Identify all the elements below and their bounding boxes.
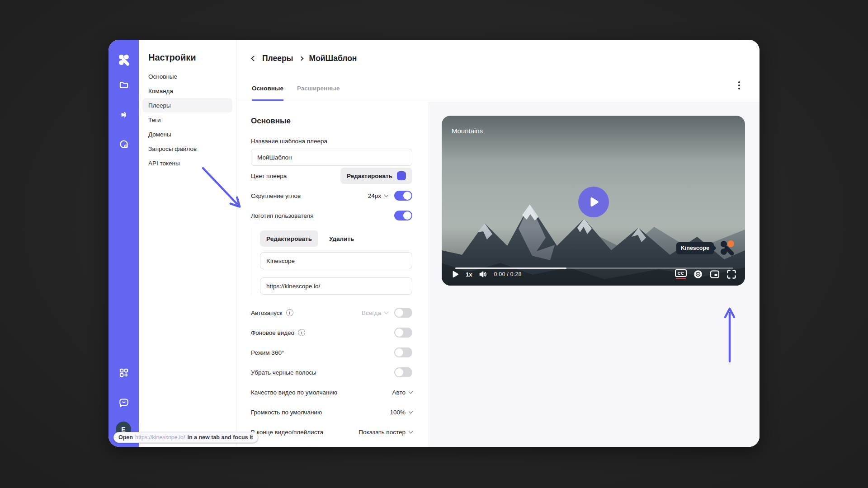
autoplay-label: Автозапуск <box>251 310 283 316</box>
volume-icon[interactable] <box>478 269 488 279</box>
sidebar-item-library-icon[interactable] <box>114 75 133 94</box>
kinescope-logo-icon[interactable] <box>114 51 133 70</box>
autoplay-dropdown[interactable]: Всегда <box>362 310 388 316</box>
settings-title: Настройки <box>148 52 236 63</box>
info-icon[interactable]: i <box>298 329 305 336</box>
chevron-down-icon <box>409 389 413 394</box>
video-title: Mountains <box>452 127 483 135</box>
chevron-down-icon <box>384 310 389 314</box>
default-quality-row: Качество видео по умолчанию Авто <box>251 382 412 402</box>
settings-content: Основные Название шаблона плеера Цвет пл… <box>236 102 760 447</box>
player-color-label: Цвет плеера <box>251 173 287 179</box>
chevron-down-icon <box>409 429 413 433</box>
back-chevron-icon[interactable] <box>251 56 257 61</box>
player-settings-form: Основные Название шаблона плеера Цвет пл… <box>236 102 428 447</box>
corner-radius-dropdown[interactable]: 24px <box>368 192 388 199</box>
breadcrumb-separator-icon <box>299 56 303 61</box>
sidebar-item-records-icon[interactable] <box>114 135 133 154</box>
black-bars-row: Убрать черные полосы <box>251 362 412 382</box>
default-volume-label: Громкость по умолчанию <box>251 409 322 416</box>
main-content: Плееры МойШаблон Основные Расширенные Ос… <box>236 40 760 447</box>
desktop-background: Настройки Основные Команда Плееры Теги Д… <box>0 0 868 488</box>
corner-radius-toggle[interactable] <box>394 191 412 201</box>
time-display: 0:00 / 0:28 <box>494 271 521 277</box>
pip-icon[interactable] <box>709 269 720 280</box>
autoplay-toggle[interactable] <box>394 308 412 318</box>
user-logo-label: Логотип пользователя <box>251 212 313 219</box>
link-status-tooltip: Open https://kinescope.io/ in a new tab … <box>113 432 258 443</box>
play-button-icon[interactable] <box>451 270 460 279</box>
nav-item-domains[interactable]: Домены <box>142 127 232 141</box>
logo-name-input[interactable] <box>260 252 412 269</box>
player-color-row: Цвет плеера Редактировать <box>251 166 412 186</box>
breadcrumb-section[interactable]: Плееры <box>262 54 293 63</box>
corner-radius-label: Скругление углов <box>251 192 301 199</box>
black-bars-label: Убрать черные полосы <box>251 369 316 376</box>
form-section-title: Основные <box>251 117 412 126</box>
mode-360-row: Режим 360° <box>251 343 412 362</box>
app-window: Настройки Основные Команда Плееры Теги Д… <box>108 40 760 447</box>
chevron-down-icon <box>384 192 389 197</box>
autoplay-row: Автозапуск i Всегда <box>251 303 412 323</box>
nav-item-tags[interactable]: Теги <box>142 113 232 127</box>
user-logo-row: Логотип пользователя <box>251 206 412 225</box>
breadcrumb: Плееры МойШаблон <box>252 48 357 68</box>
nav-item-team[interactable]: Команда <box>142 84 232 98</box>
kebab-menu-icon[interactable] <box>733 80 745 91</box>
mode-360-label: Режим 360° <box>251 349 284 356</box>
kinescope-watermark[interactable]: Kinescope <box>676 239 736 257</box>
sidebar-item-apps-icon[interactable] <box>114 363 133 382</box>
player-color-edit-button[interactable]: Редактировать <box>340 168 412 184</box>
cc-active-indicator <box>676 278 686 279</box>
logo-edit-button[interactable]: Редактировать <box>260 230 318 247</box>
fullscreen-icon[interactable] <box>726 269 737 280</box>
corner-radius-row: Скругление углов 24px <box>251 186 412 206</box>
template-name-input[interactable] <box>251 149 412 166</box>
settings-gear-icon[interactable] <box>693 269 703 280</box>
default-volume-row: Громкость по умолчанию 100% <box>251 402 412 422</box>
nav-item-api-tokens[interactable]: API токены <box>142 156 232 170</box>
logo-url-input[interactable] <box>260 277 412 295</box>
player-top-gradient <box>442 116 745 161</box>
big-play-button[interactable] <box>578 187 609 217</box>
sidebar-item-support-chat-icon[interactable] <box>114 393 133 412</box>
cc-icon: CC <box>675 269 687 277</box>
primary-sidebar <box>108 40 139 447</box>
black-bars-toggle[interactable] <box>394 367 412 377</box>
background-video-label: Фоновое видео <box>251 329 294 336</box>
default-quality-dropdown[interactable]: Авто <box>392 389 412 396</box>
player-preview-panel: Mountains Kinescope <box>428 102 760 447</box>
page-title: МойШаблон <box>309 54 357 63</box>
video-player-preview: Mountains Kinescope <box>442 116 745 286</box>
nav-item-file-requests[interactable]: Запросы файлов <box>142 141 232 156</box>
user-logo-toggle[interactable] <box>394 211 412 221</box>
kinescope-badge-label: Kinescope <box>676 242 714 254</box>
background-video-row: Фоновое видео i <box>251 323 412 343</box>
logo-delete-button[interactable]: Удалить <box>323 230 360 247</box>
playback-speed-button[interactable]: 1x <box>466 271 472 278</box>
kinescope-watermark-logo-icon <box>718 239 736 257</box>
status-url: https://kinescope.io/ <box>135 434 185 441</box>
player-controls: 1x 0:00 / 0:28 CC <box>451 265 737 283</box>
status-prefix: Open <box>118 434 133 441</box>
video-end-row: В конце видео/плейлиста Показать постер <box>251 422 412 442</box>
tab-basic[interactable]: Основные <box>252 85 283 101</box>
default-quality-label: Качество видео по умолчанию <box>251 389 337 396</box>
settings-nav: Настройки Основные Команда Плееры Теги Д… <box>139 40 236 447</box>
captions-button[interactable]: CC <box>675 269 687 279</box>
settings-nav-list: Основные Команда Плееры Теги Домены Запр… <box>139 69 236 170</box>
nav-item-general[interactable]: Основные <box>142 69 232 84</box>
sidebar-item-streams-icon[interactable] <box>114 105 133 124</box>
status-suffix: in a new tab and focus it <box>187 434 253 441</box>
mode-360-toggle[interactable] <box>394 347 412 357</box>
info-icon[interactable]: i <box>286 309 293 316</box>
video-end-dropdown[interactable]: Показать постер <box>359 429 412 436</box>
default-volume-dropdown[interactable]: 100% <box>390 409 412 416</box>
background-video-toggle[interactable] <box>394 328 412 338</box>
nav-item-players[interactable]: Плееры <box>142 98 232 113</box>
chevron-down-icon <box>409 409 413 413</box>
color-swatch <box>397 171 406 180</box>
tab-bar: Плееры МойШаблон Основные Расширенные <box>236 40 760 101</box>
tab-advanced[interactable]: Расширенные <box>297 85 340 101</box>
template-name-label: Название шаблона плеера <box>251 138 412 145</box>
